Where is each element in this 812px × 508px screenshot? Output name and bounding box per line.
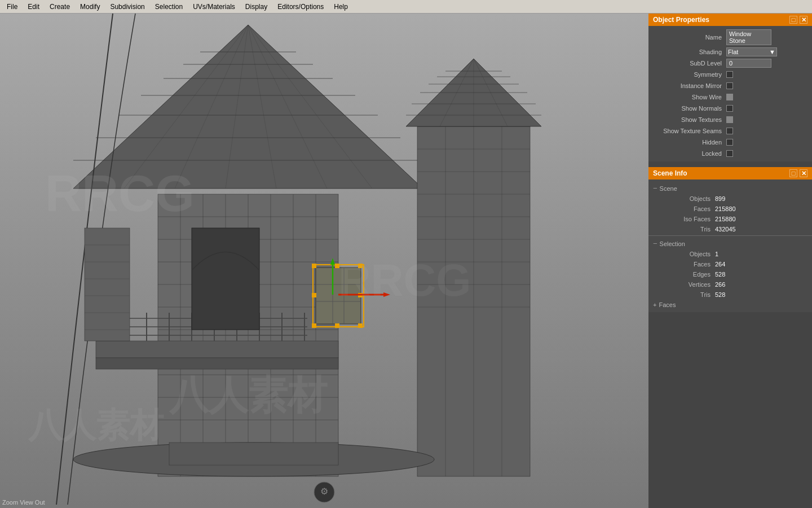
show-texture-seams-label: Show Texture Seams <box>653 128 726 134</box>
iso-faces-value: 215880 <box>715 216 736 222</box>
menubar: File Edit Create Modify Subdivision Sele… <box>0 0 812 14</box>
tris-row: Tris 432045 <box>648 224 812 234</box>
faces-expand-row: + Faces <box>648 300 812 310</box>
sel-vertices-row: Vertices 266 <box>648 279 812 290</box>
menu-file[interactable]: File <box>2 2 22 12</box>
shading-row: Shading Flat ▼ <box>648 46 812 58</box>
name-input[interactable]: Window Stone <box>726 29 771 45</box>
instance-mirror-row: Instance Mirror <box>648 80 812 91</box>
sel-objects-row: Objects 1 <box>648 249 812 259</box>
sel-tris-value: 528 <box>715 291 725 298</box>
scene-info-panel: Scene Info □ ✕ Scene Objects 899 Faces 2… <box>648 167 812 312</box>
symmetry-label: Symmetry <box>653 71 726 78</box>
show-textures-checkbox[interactable] <box>726 116 733 123</box>
object-properties-title: Object Properties <box>653 16 709 24</box>
sel-faces-row: Faces 264 <box>648 259 812 269</box>
sel-tris-label: Tris <box>653 291 715 298</box>
panel-spacer <box>648 163 812 167</box>
faces-expand-button[interactable]: + Faces <box>653 301 676 308</box>
menu-create[interactable]: Create <box>45 2 74 12</box>
subd-row: SubD Level 0 <box>648 58 812 69</box>
faces-value: 215880 <box>715 205 736 212</box>
sel-edges-row: Edges 528 <box>648 269 812 279</box>
dropdown-arrow-icon: ▼ <box>769 49 775 55</box>
scene-panel-controls: □ ✕ <box>789 169 807 177</box>
scene-info-title: Scene Info <box>653 169 687 177</box>
show-texture-seams-row: Show Texture Seams <box>648 125 812 137</box>
show-wire-row: Show Wire <box>648 91 812 103</box>
sel-vertices-value: 266 <box>715 281 725 288</box>
show-normals-row: Show Normals <box>648 103 812 114</box>
sel-faces-value: 264 <box>715 261 725 268</box>
instance-mirror-label: Instance Mirror <box>653 82 726 89</box>
name-row: Name Window Stone <box>648 28 812 46</box>
show-texture-seams-checkbox[interactable] <box>726 128 733 134</box>
sel-tris-row: Tris 528 <box>648 290 812 300</box>
iso-faces-row: Iso Faces 215880 <box>648 214 812 224</box>
show-wire-checkbox[interactable] <box>726 94 733 100</box>
divider <box>648 235 812 236</box>
show-wire-label: Show Wire <box>653 94 726 100</box>
main-content: PERSPECTIVE <box>0 14 812 508</box>
close-button[interactable]: ✕ <box>800 16 807 24</box>
instance-mirror-checkbox[interactable] <box>726 82 733 89</box>
menu-selection[interactable]: Selection <box>151 2 187 12</box>
menu-modify[interactable]: Modify <box>76 2 104 12</box>
sel-objects-label: Objects <box>653 251 715 257</box>
panel-header-controls: □ ✕ <box>789 16 807 24</box>
iso-faces-label: Iso Faces <box>653 216 715 222</box>
scene-info-header: Scene Info □ ✕ <box>648 167 812 179</box>
locked-row: Locked <box>648 148 812 159</box>
menu-display[interactable]: Display <box>241 2 272 12</box>
objects-label: Objects <box>653 195 715 202</box>
object-properties-panel: Object Properties □ ✕ Name Window Stone … <box>648 14 812 161</box>
menu-uvs-materials[interactable]: UVs/Materials <box>188 2 240 12</box>
show-textures-row: Show Textures <box>648 114 812 125</box>
menu-subdivision[interactable]: Subdivision <box>105 2 149 12</box>
locked-label: Locked <box>653 150 726 157</box>
scene-minimize-button[interactable]: □ <box>789 169 797 177</box>
object-properties-header: Object Properties □ ✕ <box>648 14 812 26</box>
shading-label: Shading <box>653 49 726 55</box>
scene-section-title: Scene <box>648 182 812 194</box>
faces-row: Faces 215880 <box>648 204 812 214</box>
expand-plus-icon: + <box>653 301 656 308</box>
menu-help[interactable]: Help <box>329 2 352 12</box>
show-textures-label: Show Textures <box>653 116 726 123</box>
hidden-checkbox[interactable] <box>726 139 733 146</box>
objects-value: 899 <box>715 195 725 202</box>
symmetry-row: Symmetry <box>648 69 812 80</box>
name-label: Name <box>653 34 726 41</box>
sel-edges-value: 528 <box>715 271 725 278</box>
object-properties-body: Name Window Stone Shading Flat ▼ SubD Le… <box>648 26 812 161</box>
sel-edges-label: Edges <box>653 271 715 278</box>
scene-info-body: Scene Objects 899 Faces 215880 Iso Faces… <box>648 179 812 312</box>
show-normals-checkbox[interactable] <box>726 105 733 112</box>
locked-checkbox[interactable] <box>726 150 733 157</box>
objects-row: Objects 899 <box>648 194 812 204</box>
shading-value: Flat <box>728 49 738 55</box>
symmetry-checkbox[interactable] <box>726 71 733 78</box>
right-panel: Object Properties □ ✕ Name Window Stone … <box>648 14 812 508</box>
tris-label: Tris <box>653 226 715 233</box>
sel-objects-value: 1 <box>715 251 718 257</box>
scene-close-button[interactable]: ✕ <box>800 169 807 177</box>
show-normals-label: Show Normals <box>653 105 726 112</box>
menu-editors-options[interactable]: Editors/Options <box>273 2 328 12</box>
selection-section-title: Selection <box>648 237 812 249</box>
minimize-button[interactable]: □ <box>789 16 797 24</box>
shading-dropdown[interactable]: Flat ▼ <box>726 47 777 56</box>
sel-faces-label: Faces <box>653 261 715 268</box>
zoom-label: Zoom View Out <box>2 499 45 506</box>
hidden-row: Hidden <box>648 137 812 148</box>
viewport-background <box>0 14 648 508</box>
faces-expand-label: Faces <box>659 301 676 308</box>
subd-input[interactable]: 0 <box>726 59 771 68</box>
faces-label: Faces <box>653 205 715 212</box>
hidden-label: Hidden <box>653 139 726 146</box>
menu-edit[interactable]: Edit <box>23 2 44 12</box>
subd-label: SubD Level <box>653 60 726 67</box>
viewport[interactable]: PERSPECTIVE <box>0 14 648 508</box>
sel-vertices-label: Vertices <box>653 281 715 288</box>
tris-value: 432045 <box>715 226 736 233</box>
